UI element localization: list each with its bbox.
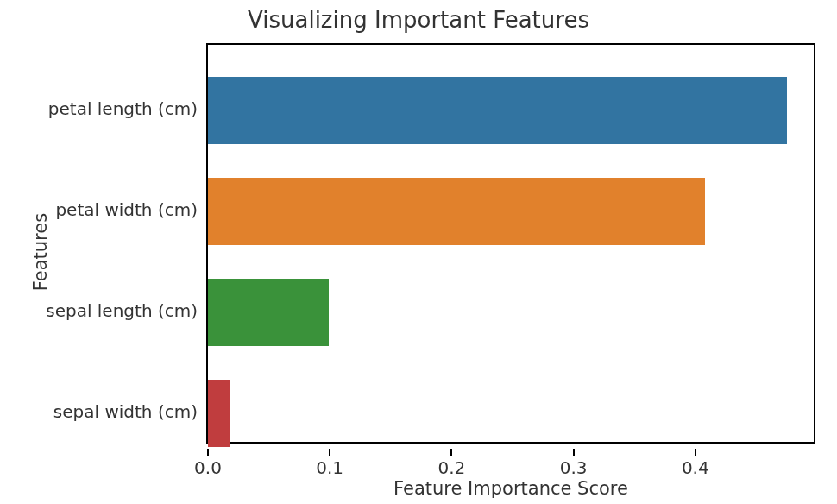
bar-petal-width [208, 178, 705, 245]
x-axis-label: Feature Importance Score [206, 478, 815, 499]
tick-mark [573, 449, 575, 456]
xtick-label: 0.3 [560, 457, 588, 478]
xtick-label: 0.4 [682, 457, 709, 478]
tick-mark [450, 449, 452, 456]
tick-mark [207, 449, 209, 456]
xtick-label: 0.2 [437, 457, 465, 478]
tick-mark [329, 449, 330, 456]
ytick-label: petal length (cm) [8, 100, 198, 117]
tick-mark [695, 449, 696, 456]
xtick-label: 0.1 [316, 457, 343, 478]
plot-area: 0.0 0.1 0.2 0.3 0.4 [206, 43, 815, 444]
chart-container: Visualizing Important Features Features … [0, 0, 837, 504]
bar-petal-length [208, 77, 787, 144]
xtick-label: 0.0 [194, 457, 222, 478]
bar-sepal-width [208, 380, 230, 447]
chart-title: Visualizing Important Features [0, 7, 837, 33]
bar-sepal-length [208, 279, 329, 346]
ytick-label: sepal length (cm) [8, 302, 198, 319]
y-axis-label: Features [30, 213, 51, 291]
ytick-label: sepal width (cm) [8, 403, 198, 420]
ytick-label: petal width (cm) [8, 201, 198, 218]
